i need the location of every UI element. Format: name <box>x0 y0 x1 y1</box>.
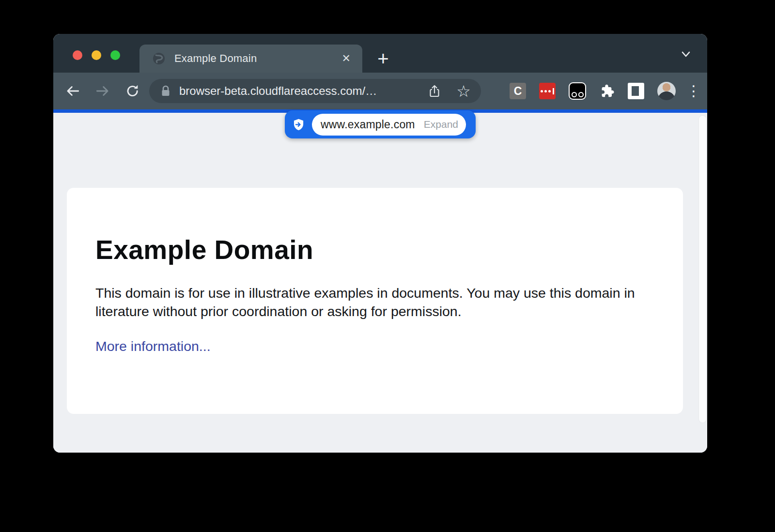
goggles-extension-icon[interactable] <box>569 82 586 100</box>
goggles-lens <box>572 92 577 97</box>
url-text: browser-beta.cloudflareaccess.com/… <box>179 84 377 98</box>
reload-button[interactable] <box>122 80 143 102</box>
extension-c-icon[interactable]: C <box>510 83 526 99</box>
globe-favicon-icon <box>152 52 166 65</box>
extensions-puzzle-icon[interactable] <box>599 83 615 99</box>
sidebar-extension-icon[interactable] <box>628 83 644 99</box>
expand-button[interactable]: Expand <box>424 119 458 130</box>
share-icon[interactable] <box>427 83 442 99</box>
browser-window: Example Domain ✕ + <box>53 34 707 453</box>
browser-menu-icon[interactable]: ⋮ <box>689 82 698 100</box>
tab-close-icon[interactable]: ✕ <box>342 53 351 64</box>
desktop-background: Example Domain ✕ + <box>0 0 775 532</box>
isolated-domain-text: www.example.com <box>321 118 415 131</box>
page-paragraph: This domain is for use in illustrative e… <box>95 284 652 321</box>
more-information-link[interactable]: More information... <box>95 338 211 354</box>
page-viewport: www.example.com Expand Example Domain Th… <box>53 113 707 453</box>
window-controls <box>73 50 120 60</box>
page-title: Example Domain <box>95 234 654 265</box>
isolation-domain-field[interactable]: www.example.com Expand <box>312 114 466 136</box>
scrollbar-thumb[interactable] <box>699 116 706 423</box>
lastpass-extension-icon[interactable] <box>539 83 556 99</box>
tab-title: Example Domain <box>174 52 257 65</box>
profile-avatar[interactable] <box>657 82 676 100</box>
address-bar[interactable]: browser-beta.cloudflareaccess.com/… ☆ <box>149 79 481 103</box>
lock-icon[interactable] <box>160 85 171 97</box>
bookmark-star-icon[interactable]: ☆ <box>456 83 471 99</box>
extensions-row: C <box>510 82 698 100</box>
tab-search-chevron-icon[interactable] <box>679 47 693 61</box>
isolation-domain-pill[interactable]: www.example.com Expand <box>285 110 476 138</box>
lastpass-dot <box>541 90 543 92</box>
lastpass-dot <box>548 90 551 92</box>
fullscreen-window-button[interactable] <box>110 50 120 60</box>
tab-example-domain[interactable]: Example Domain ✕ <box>140 45 362 73</box>
toolbar: browser-beta.cloudflareaccess.com/… ☆ C <box>53 73 707 109</box>
tab-strip: Example Domain ✕ + <box>53 34 707 73</box>
page-content-card: Example Domain This domain is for use in… <box>67 188 683 414</box>
lastpass-dot <box>544 90 547 92</box>
shield-arrow-icon <box>285 118 312 131</box>
lastpass-bar <box>553 88 554 94</box>
sidebar-extension-inner <box>632 86 639 96</box>
goggles-lens <box>578 92 584 97</box>
close-window-button[interactable] <box>73 50 82 60</box>
new-tab-button[interactable]: + <box>372 47 394 70</box>
minimize-window-button[interactable] <box>92 50 101 60</box>
forward-button[interactable] <box>92 80 113 102</box>
back-button[interactable] <box>62 80 83 102</box>
